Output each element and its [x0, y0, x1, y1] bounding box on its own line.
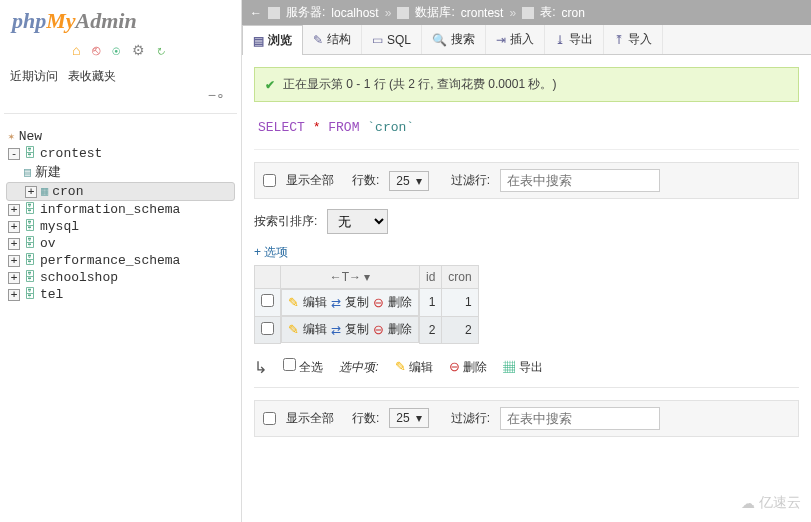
database-icon [397, 7, 409, 19]
selected-label: 选中项: [339, 359, 378, 376]
recent-fav-row: 近期访问 表收藏夹 [4, 66, 237, 87]
expand-icon[interactable]: + [8, 272, 20, 284]
rows-select[interactable]: 25▾ [389, 171, 428, 191]
settings-icon[interactable]: ⚙ [132, 42, 149, 58]
tree-db-performance_schema[interactable]: +🗄performance_schema [6, 252, 235, 269]
tree-db-tel[interactable]: +🗄tel [6, 286, 235, 303]
database-icon: 🗄 [24, 236, 36, 251]
content: ✔ 正在显示第 0 - 1 行 (共 2 行, 查询花费 0.0001 秒。) … [242, 55, 811, 522]
database-icon: 🗄 [24, 219, 36, 234]
chevron-down-icon: ▾ [416, 411, 422, 425]
tab-browse[interactable]: ▤浏览 [242, 25, 303, 55]
filter-input[interactable] [500, 407, 660, 430]
tree-new-table[interactable]: ▤新建 [6, 162, 235, 182]
arrow-up-icon: ↳ [254, 358, 267, 377]
cell-cron: 1 [442, 289, 478, 317]
database-icon: 🗄 [24, 146, 36, 161]
nav-left-icon[interactable]: ← [250, 6, 262, 20]
expand-icon[interactable]: + [8, 221, 20, 233]
tree-db-crontest[interactable]: -🗄crontest [6, 145, 235, 162]
tree-db-mysql[interactable]: +🗄mysql [6, 218, 235, 235]
browse-icon: ▤ [253, 34, 264, 48]
edit-icon: ✎ [288, 322, 299, 337]
col-id[interactable]: id [420, 266, 442, 289]
fav-label[interactable]: 表收藏夹 [68, 68, 116, 85]
expand-icon[interactable]: + [25, 186, 37, 198]
table-icon [522, 7, 534, 19]
database-icon: 🗄 [24, 287, 36, 302]
options-toggle[interactable]: + 选项 [254, 244, 799, 261]
collapse-icon[interactable]: - [8, 148, 20, 160]
row-checkbox[interactable] [261, 294, 274, 307]
table-icon: ▦ [41, 184, 48, 199]
sidebar: phpMyAdmin ⌂ ⎋ ◉ ⚙ ↻ 近期访问 表收藏夹 −∘ ✶New -… [0, 0, 242, 522]
bulk-edit[interactable]: 编辑 [409, 360, 433, 374]
breadcrumb-server-label: 服务器: [286, 4, 325, 21]
filter-input[interactable] [500, 169, 660, 192]
export-icon: ▦ [503, 360, 515, 374]
edit-icon: ✎ [395, 359, 406, 374]
watermark: ☁亿速云 [741, 494, 801, 512]
sidebar-tool-icons: ⌂ ⎋ ◉ ⚙ ↻ [4, 42, 237, 58]
logo[interactable]: phpMyAdmin [12, 8, 172, 38]
col-cron[interactable]: cron [442, 266, 478, 289]
help-icon[interactable]: ◉ [112, 42, 124, 58]
breadcrumb-tbl[interactable]: cron [561, 6, 584, 20]
delete-icon: ⊖ [373, 322, 384, 337]
select-all-label[interactable]: 全选 [299, 360, 323, 374]
rows-label: 行数: [352, 172, 379, 189]
collapse-icon[interactable]: −∘ [4, 87, 237, 103]
copy-icon: ⇄ [331, 296, 341, 310]
col-actions[interactable]: ←T→ ▾ [281, 266, 420, 289]
row-checkbox[interactable] [261, 322, 274, 335]
bulk-export[interactable]: 导出 [519, 360, 543, 374]
tab-structure[interactable]: ✎结构 [303, 25, 362, 54]
recent-label[interactable]: 近期访问 [10, 68, 58, 85]
tab-search[interactable]: 🔍搜索 [422, 25, 486, 54]
home-icon[interactable]: ⌂ [72, 42, 84, 58]
tree-new[interactable]: ✶New [6, 128, 235, 145]
insert-icon: ⇥ [496, 33, 506, 47]
filter-bar-bottom: 显示全部 行数: 25▾ 过滤行: [254, 400, 799, 437]
exit-icon[interactable]: ⎋ [92, 42, 104, 58]
copy-link[interactable]: 复制 [345, 321, 369, 338]
bulk-delete[interactable]: 删除 [463, 360, 487, 374]
tree-db-information_schema[interactable]: +🗄information_schema [6, 201, 235, 218]
tab-insert[interactable]: ⇥插入 [486, 25, 545, 54]
rows-label: 行数: [352, 410, 379, 427]
show-all-checkbox[interactable] [263, 412, 276, 425]
cell-id: 2 [420, 316, 442, 343]
new-table-icon: ▤ [24, 165, 31, 180]
rows-select[interactable]: 25▾ [389, 408, 428, 428]
expand-icon[interactable]: + [8, 289, 20, 301]
delete-link[interactable]: 删除 [388, 321, 412, 338]
breadcrumb-db[interactable]: crontest [461, 6, 504, 20]
order-select[interactable]: 无 [327, 209, 388, 234]
success-message: ✔ 正在显示第 0 - 1 行 (共 2 行, 查询花费 0.0001 秒。) [254, 67, 799, 102]
expand-icon[interactable]: + [8, 255, 20, 267]
expand-icon[interactable]: + [8, 238, 20, 250]
bulk-action-bar: ↳ 全选 选中项: ✎ 编辑 ⊖ 删除 ▦ 导出 [254, 352, 799, 388]
tree-table-cron[interactable]: +▦cron [6, 182, 235, 201]
show-all-checkbox[interactable] [263, 174, 276, 187]
tree-db-schoolshop[interactable]: +🗄schoolshop [6, 269, 235, 286]
tree-db-ov[interactable]: +🗄ov [6, 235, 235, 252]
export-icon: ⤓ [555, 33, 565, 47]
data-table: ←T→ ▾ id cron ✎编辑 ⇄复制 ⊖删除 1 1 [254, 265, 479, 344]
tab-import[interactable]: ⤒导入 [604, 25, 663, 54]
delete-link[interactable]: 删除 [388, 294, 412, 311]
cloud-icon: ☁ [741, 495, 755, 511]
tab-sql[interactable]: ▭SQL [362, 25, 422, 54]
breadcrumb-server[interactable]: localhost [331, 6, 378, 20]
edit-link[interactable]: 编辑 [303, 321, 327, 338]
col-checkbox [255, 266, 281, 289]
expand-icon[interactable]: + [8, 204, 20, 216]
select-all-checkbox[interactable] [283, 358, 296, 371]
table-row: ✎编辑 ⇄复制 ⊖删除 1 1 [255, 289, 479, 317]
edit-icon: ✎ [288, 295, 299, 310]
reload-icon[interactable]: ↻ [157, 42, 169, 58]
tab-export[interactable]: ⤓导出 [545, 25, 604, 54]
copy-link[interactable]: 复制 [345, 294, 369, 311]
edit-link[interactable]: 编辑 [303, 294, 327, 311]
check-icon: ✔ [265, 78, 275, 92]
